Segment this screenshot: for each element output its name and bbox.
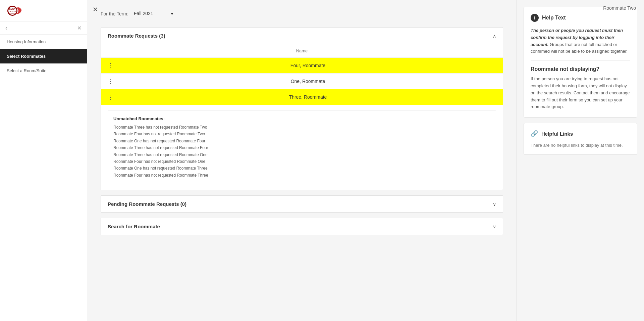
main-content: For the Term: Fall 2021 Spring 2022 ▼ Ro… [87,0,644,321]
main-wrapper: Roommate Two ✕ For the Term: Fall 2021 S… [87,0,644,321]
roommate-row: ⋮ Three, Roommate [101,89,503,105]
sidebar-header: SUNY CORTLAND HOUSING [0,0,87,22]
sidebar: SUNY CORTLAND HOUSING ‹ ✕ Housing Inform… [0,0,87,321]
search-for-roommate-section: Search for Roommate ∨ [101,218,503,235]
sidebar-item-housing-information[interactable]: Housing Information [0,35,87,49]
link-icon: 🔗 [531,130,538,137]
roommate-row-menu-icon[interactable]: ⋮ [108,62,114,69]
roommate-requests-body: Name ⋮ Four, Roommate ⋮ One, Roommate ⋮ [101,44,503,184]
roommate-row-menu-icon[interactable]: ⋮ [108,78,114,85]
unmatched-item-3: Roommate Three has not requested Roommat… [113,144,490,151]
sidebar-menu: Housing Information Select Roommates Sel… [0,35,87,78]
helpful-links-title-row: 🔗 Helpful Links [531,130,630,137]
roommate-row: ⋮ Four, Roommate [101,58,503,74]
helpful-links-card: 🔗 Helpful Links There are no helpful lin… [524,123,637,155]
unmatched-section: Unmatched Roommates: Roommate Three has … [108,110,496,184]
info-icon: i [531,14,539,22]
term-select[interactable]: Fall 2021 Spring 2022 [134,10,174,17]
pending-roommate-requests-chevron-icon: ∨ [493,201,496,207]
roommate-name: One, Roommate [120,79,496,84]
help-text-body: The person or people you request must th… [531,27,630,55]
sidebar-close-button[interactable]: ✕ [77,25,82,31]
term-row: For the Term: Fall 2021 Spring 2022 ▼ [101,10,503,17]
term-select-wrapper: Fall 2021 Spring 2022 ▼ [134,10,174,17]
svg-text:HOUSING: HOUSING [9,13,15,14]
search-for-roommate-title: Search for Roommate [108,224,160,229]
user-name: Roommate Two [603,5,636,11]
center-panel: For the Term: Fall 2021 Spring 2022 ▼ Ro… [87,0,517,321]
logo: SUNY CORTLAND HOUSING [5,4,25,17]
roommate-requests-chevron-icon: ∧ [493,33,496,39]
divider [531,60,630,61]
roommate-requests-title: Roommate Requests (3) [108,33,165,39]
roommate-name: Four, Roommate [120,63,496,68]
search-for-roommate-header[interactable]: Search for Roommate ∨ [101,218,503,235]
roommate-row-menu-icon[interactable]: ⋮ [108,93,114,101]
sidebar-item-select-room-suite[interactable]: Select a Room/Suite [0,63,87,78]
sidebar-back-button[interactable]: ‹ [5,25,7,32]
roommate-not-displaying-body: If the person you are trying to request … [531,76,630,110]
search-for-roommate-chevron-icon: ∨ [493,224,496,229]
help-text-title: Help Text [542,15,566,21]
pending-roommate-requests-title: Pending Roommate Requests (0) [108,201,186,207]
help-text-card: i Help Text The person or people you req… [524,7,637,118]
roommate-name: Three, Roommate [120,94,496,100]
sidebar-nav-controls: ‹ ✕ [0,22,87,35]
unmatched-title: Unmatched Roommates: [113,116,490,121]
svg-text:CORTLAND: CORTLAND [8,10,17,12]
main-close-button[interactable]: ✕ [93,5,98,13]
unmatched-item-2: Roommate One has not requested Roommate … [113,138,490,144]
unmatched-item-1: Roommate Four has not requested Roommate… [113,131,490,137]
sidebar-item-select-roommates[interactable]: Select Roommates [0,49,87,63]
roommate-not-displaying-title: Roommate not displaying? [531,66,630,72]
helpful-links-empty: There are no helpful links to display at… [531,143,630,148]
name-column-header: Name [101,44,503,58]
roommate-requests-header[interactable]: Roommate Requests (3) ∧ [101,28,503,44]
topbar: Roommate Two [595,0,644,16]
roommate-row: ⋮ One, Roommate [101,74,503,89]
term-label: For the Term: [101,11,128,16]
unmatched-item-4: Roommate Three has not requested Roommat… [113,151,490,158]
svg-text:SUNY: SUNY [9,8,16,10]
roommate-requests-section: Roommate Requests (3) ∧ Name ⋮ Four, Roo… [101,27,503,190]
right-panel: i Help Text The person or people you req… [517,0,644,321]
unmatched-item-6: Roommate One has not requested Roommate … [113,165,490,172]
unmatched-item-0: Roommate Three has not requested Roommat… [113,124,490,131]
pending-roommate-requests-section: Pending Roommate Requests (0) ∨ [101,195,503,213]
helpful-links-title: Helpful Links [541,131,573,137]
unmatched-item-7: Roommate Four has not requested Roommate… [113,172,490,179]
pending-roommate-requests-header[interactable]: Pending Roommate Requests (0) ∨ [101,196,503,212]
unmatched-item-5: Roommate Four has not requested Roommate… [113,158,490,165]
